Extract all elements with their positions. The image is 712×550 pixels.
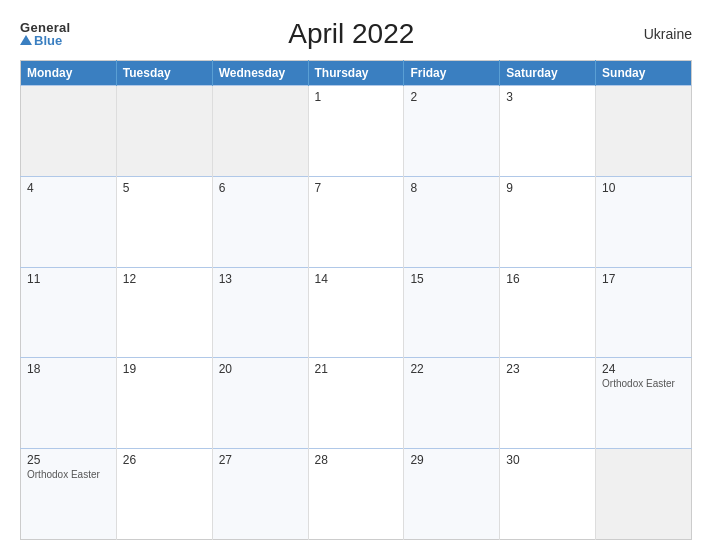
header-tuesday: Tuesday [116,61,212,86]
header-monday: Monday [21,61,117,86]
table-row [212,86,308,177]
day-number: 2 [410,90,493,104]
logo-blue-text: Blue [20,34,62,47]
day-number: 20 [219,362,302,376]
table-row [21,86,117,177]
table-row: 24Orthodox Easter [596,358,692,449]
logo: General Blue [20,21,71,47]
header-saturday: Saturday [500,61,596,86]
table-row: 30 [500,449,596,540]
day-number: 19 [123,362,206,376]
table-row: 27 [212,449,308,540]
table-row: 8 [404,176,500,267]
table-row: 25Orthodox Easter [21,449,117,540]
calendar-page: General Blue April 2022 Ukraine Monday T… [0,0,712,550]
header-sunday: Sunday [596,61,692,86]
day-number: 11 [27,272,110,286]
header-friday: Friday [404,61,500,86]
table-row: 16 [500,267,596,358]
table-row: 15 [404,267,500,358]
header-wednesday: Wednesday [212,61,308,86]
calendar-week-row: 18192021222324Orthodox Easter [21,358,692,449]
day-number: 17 [602,272,685,286]
calendar-week-row: 25Orthodox Easter2627282930 [21,449,692,540]
calendar-week-row: 123 [21,86,692,177]
table-row: 23 [500,358,596,449]
event-label: Orthodox Easter [27,469,110,480]
day-number: 14 [315,272,398,286]
table-row: 3 [500,86,596,177]
table-row [596,86,692,177]
calendar-week-row: 45678910 [21,176,692,267]
calendar-week-row: 11121314151617 [21,267,692,358]
day-number: 13 [219,272,302,286]
table-row: 17 [596,267,692,358]
table-row: 18 [21,358,117,449]
table-row: 19 [116,358,212,449]
table-row: 28 [308,449,404,540]
table-row [116,86,212,177]
day-number: 3 [506,90,589,104]
table-row: 7 [308,176,404,267]
day-number: 25 [27,453,110,467]
day-number: 10 [602,181,685,195]
day-number: 15 [410,272,493,286]
day-number: 18 [27,362,110,376]
day-number: 21 [315,362,398,376]
day-number: 8 [410,181,493,195]
country-label: Ukraine [632,26,692,42]
table-row: 13 [212,267,308,358]
table-row: 22 [404,358,500,449]
day-number: 9 [506,181,589,195]
header-thursday: Thursday [308,61,404,86]
event-label: Orthodox Easter [602,378,685,389]
calendar-table: Monday Tuesday Wednesday Thursday Friday… [20,60,692,540]
table-row [596,449,692,540]
day-number: 30 [506,453,589,467]
day-number: 16 [506,272,589,286]
table-row: 10 [596,176,692,267]
table-row: 4 [21,176,117,267]
day-number: 29 [410,453,493,467]
day-number: 27 [219,453,302,467]
table-row: 12 [116,267,212,358]
table-row: 26 [116,449,212,540]
table-row: 2 [404,86,500,177]
table-row: 20 [212,358,308,449]
table-row: 6 [212,176,308,267]
day-number: 1 [315,90,398,104]
day-number: 6 [219,181,302,195]
table-row: 21 [308,358,404,449]
table-row: 5 [116,176,212,267]
day-number: 24 [602,362,685,376]
day-number: 12 [123,272,206,286]
table-row: 11 [21,267,117,358]
day-number: 23 [506,362,589,376]
weekday-header-row: Monday Tuesday Wednesday Thursday Friday… [21,61,692,86]
day-number: 4 [27,181,110,195]
table-row: 9 [500,176,596,267]
logo-triangle-icon [20,35,32,45]
table-row: 29 [404,449,500,540]
day-number: 26 [123,453,206,467]
calendar-title: April 2022 [71,18,632,50]
day-number: 28 [315,453,398,467]
day-number: 7 [315,181,398,195]
day-number: 5 [123,181,206,195]
header: General Blue April 2022 Ukraine [20,18,692,50]
table-row: 1 [308,86,404,177]
table-row: 14 [308,267,404,358]
day-number: 22 [410,362,493,376]
